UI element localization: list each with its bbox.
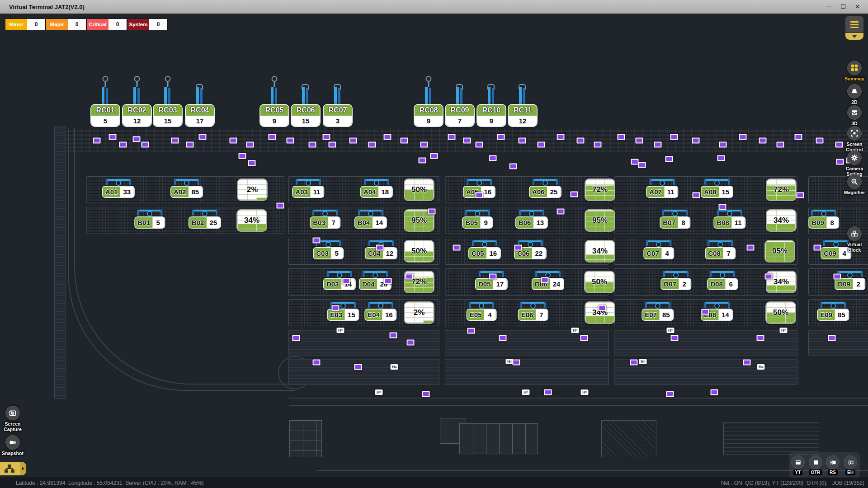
block-label-e07[interactable]: E0785 [642,310,673,320]
container-marker[interactable] [630,360,638,366]
sidebar-item-summary[interactable]: Summay [843,61,866,81]
container-marker[interactable] [538,142,545,148]
container-marker[interactable] [631,159,639,165]
container-marker[interactable] [514,245,522,251]
container-marker[interactable] [93,138,101,144]
crane-label-rc09[interactable]: RC097 [446,105,474,126]
tool-screen-capture[interactable]: Screen Capture [0,406,25,432]
block-label-a07[interactable]: A0711 [647,187,677,197]
container-marker[interactable] [513,360,520,366]
container-marker[interactable] [702,309,709,315]
container-marker[interactable] [313,238,321,244]
container-marker[interactable] [835,142,843,148]
container-marker[interactable] [757,335,764,341]
block-label-b02[interactable]: B0225 [189,217,220,228]
container-marker[interactable] [419,158,426,164]
container-marker[interactable] [719,142,727,148]
crane-label-rc03[interactable]: RC0315 [154,105,182,126]
container-marker[interactable] [186,142,194,148]
block-label-b09[interactable]: B098 [809,217,838,228]
container-marker[interactable] [467,328,475,334]
container-marker[interactable] [368,142,376,148]
equipment-marker[interactable]: H≡ [506,359,514,364]
container-marker[interactable] [277,203,284,209]
container-marker[interactable] [765,274,773,280]
container-marker[interactable] [401,138,408,144]
equipment-marker[interactable]: H≡ [581,389,589,395]
block-label-d05[interactable]: D0517 [476,279,507,289]
crane-label-rc11[interactable]: RC1112 [509,105,537,126]
toggle-eh[interactable]: EH [844,455,857,475]
block-label-d03[interactable]: D0314 [324,279,355,289]
block-label-b06[interactable]: B0613 [516,217,547,228]
occupancy-badge[interactable]: 95% [765,240,795,262]
occupancy-badge[interactable]: 34% [237,210,267,231]
crane-label-rc08[interactable]: RC089 [415,105,443,126]
container-marker[interactable] [509,164,517,169]
block-label-d07[interactable]: D072 [661,279,690,289]
occupancy-badge[interactable]: 2% [404,302,434,324]
occupancy-badge[interactable]: 50% [585,271,614,293]
container-marker[interactable] [618,134,625,140]
container-marker[interactable] [239,153,246,159]
container-marker[interactable] [476,142,483,148]
block-label-b08[interactable]: B0811 [714,217,745,228]
sidebar-item-2d[interactable]: 2D [843,84,866,105]
container-marker[interactable] [577,138,585,144]
container-marker[interactable] [287,138,294,144]
container-marker[interactable] [309,142,316,148]
container-marker[interactable] [544,389,552,395]
block-label-a02[interactable]: A0285 [171,187,202,197]
container-marker[interactable] [671,335,679,341]
container-marker[interactable] [571,192,578,197]
sidebar-item-virtual-block[interactable]: Virtual Block [843,226,866,253]
block-label-c08[interactable]: C087 [706,248,735,258]
container-marker[interactable] [406,274,413,280]
container-marker[interactable] [717,155,725,161]
container-marker[interactable] [489,274,497,280]
container-marker[interactable] [693,192,700,198]
container-marker[interactable] [248,160,256,166]
sidebar-item-magnifier[interactable]: Magnifier [843,174,866,195]
container-marker[interactable] [499,335,507,341]
container-marker[interactable] [329,142,336,148]
equipment-marker[interactable]: H≡ [571,328,579,333]
container-marker[interactable] [654,142,662,148]
container-marker[interactable] [476,192,483,198]
occupancy-badge[interactable]: 2% [237,179,267,201]
container-marker[interactable] [133,136,141,142]
panel-expand-handle[interactable] [20,462,26,475]
container-marker[interactable] [519,138,526,144]
block-label-e04[interactable]: E0416 [365,310,396,320]
block-label-c03[interactable]: C035 [314,248,343,258]
container-marker[interactable] [719,204,726,210]
toggle-rs[interactable]: RS [826,455,840,475]
equipment-marker[interactable]: H≡ [375,389,383,395]
container-marker[interactable] [747,245,755,251]
container-marker[interactable] [580,335,588,341]
container-marker[interactable] [541,277,549,283]
alarm-minor[interactable]: Minor0 [5,19,45,30]
sidebar-item-screen-control[interactable]: Screen Control [843,126,866,152]
tool-snapshot[interactable]: Snapshot [0,435,25,456]
container-marker[interactable] [665,156,673,162]
occupancy-badge[interactable]: 50% [404,179,434,201]
container-marker[interactable] [269,134,276,140]
container-marker[interactable] [599,305,606,311]
block-label-d09[interactable]: D092 [835,279,864,289]
container-marker[interactable] [594,142,602,148]
container-marker[interactable] [332,305,340,311]
container-marker[interactable] [428,209,436,215]
occupancy-badge[interactable]: 95% [585,210,615,231]
toggle-otr[interactable]: OTR [809,455,822,475]
crane-label-rc04[interactable]: RC0417 [186,105,214,126]
occupancy-badge[interactable]: 34% [585,240,615,262]
block-label-a08[interactable]: A0815 [702,187,732,197]
container-marker[interactable] [453,245,461,251]
alarm-system[interactable]: System0 [127,19,167,30]
container-marker[interactable] [557,134,565,140]
container-marker[interactable] [670,134,678,140]
occupancy-badge[interactable]: 34% [766,210,796,231]
container-marker[interactable] [497,134,505,140]
container-marker[interactable] [739,134,747,140]
